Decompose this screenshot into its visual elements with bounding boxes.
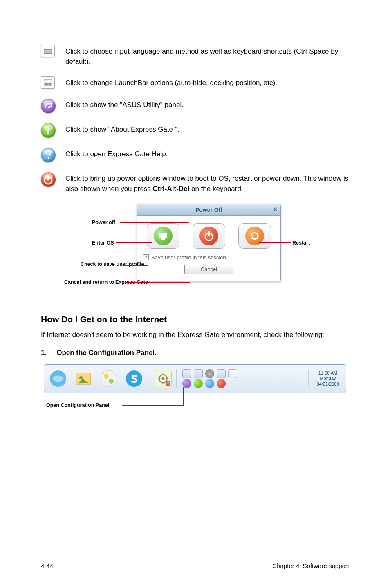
svg-point-20	[109, 379, 114, 384]
svg-rect-7	[47, 129, 49, 134]
svg-rect-12	[161, 238, 165, 240]
tray-volume-icon[interactable]	[182, 369, 191, 378]
label-check-save: Check to save user profile	[81, 261, 123, 267]
tray-keyboard-icon[interactable]	[217, 369, 226, 378]
help-desc: Click to open Express Gate Help.	[65, 148, 349, 162]
label-open-config: Open Configuration Panel	[46, 402, 109, 408]
svg-rect-4	[47, 84, 48, 85]
step1-text: Open the Configuration Panel.	[56, 349, 157, 357]
tray-network-icon[interactable]	[194, 369, 203, 378]
power-off-dialog-title: Power Off ×	[137, 204, 280, 216]
heading-internet: How Do I Get on to the Internet	[41, 314, 349, 324]
svg-point-23	[162, 377, 165, 380]
svg-rect-10	[47, 175, 49, 180]
svg-point-6	[47, 127, 49, 129]
power-desc: Click to bring up power options window t…	[65, 172, 349, 194]
save-profile-checkbox[interactable]: ✓ Save user profile in this session	[137, 251, 280, 262]
asus-utility-icon	[41, 99, 56, 113]
app-chat-icon[interactable]	[97, 367, 120, 390]
svg-rect-14	[208, 231, 210, 236]
tray-power-icon[interactable]	[217, 379, 226, 388]
svg-rect-11	[159, 233, 167, 238]
restart-button[interactable]	[238, 223, 271, 249]
launchbar-options-icon	[41, 76, 55, 89]
info-desc: Click to show "About Express Gate ".	[65, 123, 349, 138]
config-panel-icon[interactable]: ✕	[155, 370, 172, 387]
app-browser-icon[interactable]	[47, 367, 69, 390]
svg-point-9	[45, 177, 52, 184]
label-enter-os: Enter OS	[92, 240, 114, 246]
app-photos-icon[interactable]	[72, 367, 95, 390]
clock-area: 11:58 AM Monday 04/21/2008	[308, 370, 343, 387]
keyboard-desc: Click to choose input language and metho…	[65, 45, 349, 67]
tray-launchbar-icon[interactable]	[228, 369, 237, 378]
svg-rect-0	[44, 49, 52, 53]
tray-help-icon[interactable]	[205, 379, 214, 388]
info-icon	[41, 123, 56, 138]
power-icon	[41, 172, 56, 187]
step1-num: 1.	[41, 349, 47, 357]
enter-os-button[interactable]	[147, 223, 179, 249]
intro-text: If Internet doesn't seem to be working i…	[41, 330, 349, 340]
utility-desc: Click to show the "ASUS Utility" panel.	[65, 99, 349, 113]
svg-point-18	[101, 370, 117, 387]
launchbar: ✕ 11:58 AM Mon	[44, 364, 346, 393]
svg-rect-5	[48, 84, 49, 85]
cancel-button[interactable]: Cancel	[184, 265, 233, 274]
help-icon	[41, 148, 56, 162]
tray-info-icon[interactable]	[194, 379, 203, 388]
svg-point-17	[79, 376, 83, 379]
close-icon[interactable]: ×	[273, 206, 277, 213]
footer-page: 4-44	[41, 562, 53, 569]
label-cancel-return: Cancel and return to Express Gate	[64, 279, 123, 285]
app-skype-icon[interactable]	[123, 367, 146, 390]
label-power-off: Power off	[92, 220, 115, 225]
power-off-button[interactable]	[193, 223, 225, 249]
svg-point-8	[48, 157, 49, 159]
svg-rect-3	[45, 84, 47, 85]
launchbar-desc: Click to change LaunchBar options (auto-…	[65, 76, 349, 89]
label-restart: Restart	[292, 240, 310, 246]
tray-utility-icon[interactable]	[182, 379, 191, 388]
footer-chapter: Chapter 4: Software support	[272, 562, 349, 569]
svg-point-19	[104, 374, 109, 379]
tray-area	[181, 369, 306, 388]
keyboard-icon	[41, 45, 55, 57]
tray-display-icon[interactable]	[205, 369, 214, 378]
